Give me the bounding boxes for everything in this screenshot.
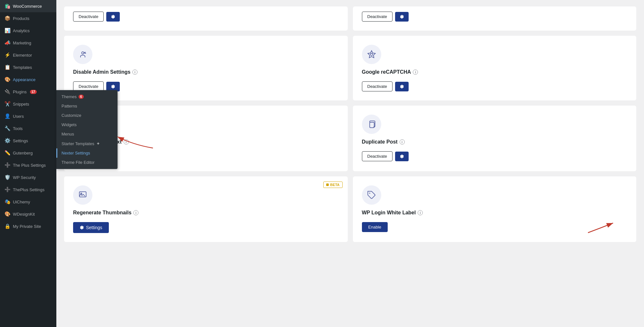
submenu-themes[interactable]: Themes 6: [56, 92, 118, 101]
my-private-site-icon: 🔒: [5, 223, 10, 229]
duplicate-post-settings-button[interactable]: [395, 152, 409, 161]
submenu-widgets[interactable]: Widgets: [56, 120, 118, 129]
duplicate-post-info-icon[interactable]: i: [400, 139, 405, 145]
top-left-actions: Deactivate: [73, 12, 339, 22]
thumbnails-icon-wrap: [73, 185, 92, 205]
card-top-right: Deactivate: [353, 6, 637, 31]
disable-admin-icon-wrap: [73, 45, 92, 64]
submenu-patterns[interactable]: Patterns: [56, 101, 118, 111]
recaptcha-icon-wrap: [362, 45, 381, 64]
main-content: Deactivate Deactivate: [56, 0, 644, 327]
svg-point-4: [370, 53, 373, 56]
sidebar-item-plugins[interactable]: 🔌 Plugins 17: [0, 86, 56, 98]
woocommerce-icon: 🛍️: [5, 3, 10, 9]
submenu-menus[interactable]: Menus: [56, 129, 118, 139]
recaptcha-settings-button[interactable]: [395, 82, 409, 91]
tools-icon: 🔧: [5, 126, 10, 131]
sidebar: 🛍️ WooCommerce 📦 Products 📊 Analytics 📣 …: [0, 0, 56, 327]
templates-icon: 📋: [5, 64, 10, 70]
appearance-submenu: Themes 6 Patterns Customize Widgets Menu…: [56, 90, 118, 169]
svg-point-8: [81, 193, 82, 194]
thumbnails-actions: Settings: [73, 222, 339, 233]
deactivate-button-top-right[interactable]: Deactivate: [362, 12, 393, 22]
recaptcha-info-icon[interactable]: i: [413, 70, 418, 75]
sidebar-item-marketing[interactable]: 📣 Marketing: [0, 37, 56, 49]
thumbnails-info-icon[interactable]: i: [133, 210, 138, 215]
marketing-icon: 📣: [5, 40, 10, 46]
beta-badge: BETA: [323, 182, 342, 188]
thumbnails-icon: [78, 191, 87, 200]
deactivate-button-top-left[interactable]: Deactivate: [73, 12, 104, 22]
users-icon: 👤: [5, 113, 10, 119]
duplicate-icon-wrap: [362, 115, 381, 134]
sidebar-item-gutenberg[interactable]: ✏️ Gutenberg: [0, 147, 56, 159]
sidebar-item-wdesignkit[interactable]: 🎨 WDesignKit: [0, 208, 56, 220]
theplus2-icon: ➕: [5, 187, 10, 192]
sidebar-item-appearance[interactable]: 🎨 Appearance: [0, 73, 56, 86]
wp-login-icon-wrap: [362, 185, 381, 205]
wp-security-icon: 🛡️: [5, 174, 10, 180]
sidebar-item-snippets[interactable]: ✂️ Snippets: [0, 98, 56, 110]
settings-gear-button-top-right[interactable]: [395, 12, 409, 22]
submenu-customize[interactable]: Customize: [56, 111, 118, 120]
sidebar-item-analytics[interactable]: 📊 Analytics: [0, 24, 56, 37]
cards-row-2: Replace URL & Text i Settings Duplicate …: [64, 106, 636, 171]
sidebar-item-theplus-settings[interactable]: ➕ The Plus Settings: [0, 159, 56, 171]
sidebar-item-my-private-site[interactable]: 🔒 My Private Site: [0, 220, 56, 232]
duplicate-post-deactivate-button[interactable]: Deactivate: [362, 151, 393, 161]
sidebar-item-wp-security[interactable]: 🛡️ WP Security: [0, 171, 56, 183]
sidebar-item-settings[interactable]: ⚙️ Settings: [0, 135, 56, 147]
duplicate-post-title: Duplicate Post i: [362, 139, 628, 145]
snippets-icon: ✂️: [5, 101, 10, 107]
sidebar-item-users[interactable]: 👤 Users: [0, 110, 56, 122]
duplicate-icon: [367, 120, 376, 129]
wp-login-icon: [367, 191, 376, 200]
plugins-icon: 🔌: [5, 89, 10, 95]
wdesignkit-icon: 🎨: [5, 211, 10, 217]
disable-admin-settings-button[interactable]: [106, 82, 120, 91]
sidebar-item-tools[interactable]: 🔧 Tools: [0, 122, 56, 135]
spark-icon: ✦: [96, 141, 100, 146]
wp-login-info-icon[interactable]: i: [418, 210, 423, 215]
cards-row-1: Disable Admin Settings i Deactivate Goog…: [64, 36, 636, 100]
sidebar-item-woocommerce[interactable]: 🛍️ WooCommerce: [0, 0, 56, 12]
card-google-recaptcha: Google reCAPTCHA i Deactivate: [353, 36, 637, 100]
cards-row-3: BETA Regenerate Thumbnails i Settings: [64, 176, 636, 242]
recaptcha-icon: [367, 50, 376, 59]
recaptcha-title: Google reCAPTCHA i: [362, 69, 628, 75]
thumbnails-title: Regenerate Thumbnails i: [73, 210, 339, 216]
top-cards-row: Deactivate Deactivate: [64, 6, 636, 31]
card-wp-login-white-label: WP Login White Label i Enable: [353, 176, 637, 242]
wp-login-enable-button[interactable]: Enable: [362, 222, 388, 232]
wp-login-title: WP Login White Label i: [362, 210, 628, 216]
replace-url-info-icon[interactable]: i: [124, 139, 129, 145]
elementor-icon: ⚡: [5, 52, 10, 58]
products-icon: 📦: [5, 15, 10, 21]
duplicate-post-actions: Deactivate: [362, 151, 628, 161]
recaptcha-deactivate-button[interactable]: Deactivate: [362, 81, 393, 91]
wp-login-actions: Enable: [362, 222, 628, 232]
sidebar-item-theplus-settings2[interactable]: ➕ ThePlus Settings: [0, 183, 56, 196]
sidebar-item-templates[interactable]: 📋 Templates: [0, 61, 56, 73]
uichemy-icon: 🎭: [5, 199, 10, 205]
admin-settings-icon: [78, 50, 87, 59]
card-duplicate-post: Duplicate Post i Deactivate: [353, 106, 637, 171]
disable-admin-info-icon[interactable]: i: [132, 70, 137, 75]
top-right-actions: Deactivate: [362, 12, 628, 22]
sidebar-item-elementor[interactable]: ⚡ Elementor: [0, 49, 56, 61]
theplus-icon: ➕: [5, 162, 10, 168]
sidebar-item-uichemy[interactable]: 🎭 UiChemy: [0, 196, 56, 208]
card-top-left: Deactivate: [64, 6, 348, 31]
disable-admin-title: Disable Admin Settings i: [73, 69, 339, 75]
analytics-icon: 📊: [5, 28, 10, 33]
svg-point-1: [82, 52, 84, 54]
settings-gear-button-top-left[interactable]: [106, 12, 120, 22]
thumbnails-settings-button[interactable]: Settings: [73, 222, 109, 233]
submenu-theme-file-editor[interactable]: Theme File Editor: [56, 158, 118, 167]
settings-icon: ⚙️: [5, 138, 10, 144]
gutenberg-icon: ✏️: [5, 150, 10, 156]
sidebar-item-products[interactable]: 📦 Products: [0, 12, 56, 24]
submenu-starter-templates[interactable]: Starter Templates ✦: [56, 139, 118, 148]
submenu-nexter-settings[interactable]: Nexter Settings: [56, 148, 118, 158]
recaptcha-actions: Deactivate: [362, 81, 628, 91]
